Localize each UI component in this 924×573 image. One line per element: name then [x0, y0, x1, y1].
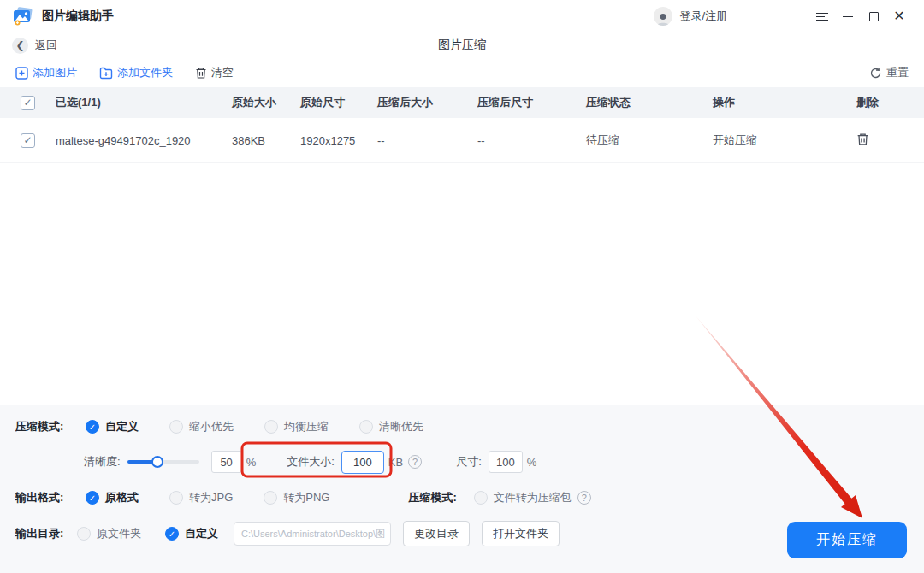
row-start-compress-link[interactable]: 开始压缩	[713, 133, 856, 148]
dimension-unit: %	[527, 456, 537, 469]
dimension-input[interactable]	[489, 451, 523, 473]
file-size-input[interactable]	[341, 451, 384, 474]
file-size-label: 文件大小:	[287, 454, 335, 470]
radio-clarity-priority[interactable]: 清晰优先	[359, 419, 424, 434]
radio-icon	[169, 491, 183, 505]
maximize-button[interactable]	[861, 5, 886, 27]
col-delete: 删除	[856, 95, 909, 110]
trash-icon	[195, 67, 207, 80]
file-status: 待压缩	[586, 133, 713, 148]
add-image-button[interactable]: 添加图片	[15, 65, 77, 80]
change-directory-button[interactable]: 更改目录	[403, 521, 470, 546]
radio-balanced[interactable]: 均衡压缩	[264, 419, 329, 434]
table-header: ✓ 已选(1/1) 原始大小 原始尺寸 压缩后大小 压缩后尺寸 压缩状态 操作 …	[0, 87, 924, 118]
file-comp-size: --	[377, 134, 477, 147]
trash-icon	[856, 133, 869, 146]
file-name: maltese-g49491702c_1920	[50, 134, 232, 147]
output-dir-row: 输出目录: 原文件夹 ✓ 自定义 C:\Users\Administrator\…	[15, 521, 909, 546]
file-orig-size: 386KB	[232, 134, 300, 147]
dimension-group: 尺寸: %	[456, 451, 536, 473]
radio-icon	[169, 420, 183, 434]
output-format-label: 输出格式:	[15, 490, 84, 505]
output-path-input[interactable]: C:\Users\Administrator\Desktop\图	[234, 522, 391, 546]
output-format-row: 输出格式: ✓ 原格式 转为JPG 转为PNG 压缩模式: 文件转为压缩包 ?	[15, 490, 909, 505]
col-comp-dim: 压缩后尺寸	[477, 95, 586, 110]
radio-original-folder[interactable]: 原文件夹	[77, 526, 141, 541]
file-orig-dim: 1920x1275	[300, 134, 377, 147]
radio-checked-icon: ✓	[86, 420, 99, 434]
add-image-icon	[15, 67, 28, 80]
archive-mode-label: 压缩模式:	[408, 490, 456, 505]
radio-icon	[264, 491, 277, 505]
minimize-button[interactable]	[835, 5, 861, 27]
title-bar: 图片编辑助手 登录/注册 ✕	[0, 0, 924, 32]
clarity-label: 清晰度:	[84, 454, 121, 470]
reset-icon	[869, 67, 882, 80]
sub-header: 图片压缩 ❮ 返回	[0, 32, 924, 58]
col-action: 操作	[713, 95, 856, 110]
clarity-input[interactable]	[211, 451, 242, 473]
start-compress-button[interactable]: 开始压缩	[787, 522, 907, 558]
app-window: 图片编辑助手 登录/注册 ✕ 图片压缩 ❮ 返回	[0, 0, 924, 573]
add-folder-icon	[99, 67, 113, 80]
radio-icon	[474, 491, 488, 505]
user-avatar[interactable]	[654, 7, 672, 26]
back-arrow-icon: ❮	[12, 38, 28, 54]
radio-checked-icon: ✓	[86, 491, 99, 505]
file-comp-dim: --	[477, 134, 586, 147]
radio-archive[interactable]: 文件转为压缩包	[474, 490, 572, 505]
compress-mode-label: 压缩模式:	[15, 419, 84, 434]
radio-custom[interactable]: ✓ 自定义	[86, 419, 139, 434]
dimension-label: 尺寸:	[456, 454, 482, 470]
close-button[interactable]: ✕	[886, 5, 912, 27]
file-size-group: 文件大小: KB ?	[278, 451, 430, 474]
add-folder-button[interactable]: 添加文件夹	[99, 65, 173, 80]
radio-shrink-priority[interactable]: 缩小优先	[169, 419, 234, 434]
custom-params-row: 清晰度: % 文件大小: KB ? 尺寸: %	[15, 446, 909, 478]
help-icon[interactable]: ?	[408, 455, 422, 469]
slider-handle[interactable]	[151, 456, 163, 468]
radio-to-png[interactable]: 转为PNG	[264, 490, 329, 505]
open-folder-button[interactable]: 打开文件夹	[482, 521, 560, 546]
radio-custom-folder[interactable]: ✓ 自定义	[165, 526, 218, 541]
app-logo-icon	[12, 5, 34, 27]
clear-button[interactable]: 清空	[195, 65, 234, 80]
login-register-link[interactable]: 登录/注册	[679, 9, 727, 24]
clarity-unit: %	[246, 456, 257, 469]
radio-icon	[264, 420, 278, 434]
col-comp-size: 压缩后大小	[377, 95, 477, 110]
help-icon[interactable]: ?	[578, 491, 591, 505]
col-status: 压缩状态	[586, 95, 713, 110]
radio-original-format[interactable]: ✓ 原格式	[86, 490, 139, 505]
radio-checked-icon: ✓	[165, 527, 179, 541]
reset-button[interactable]: 重置	[869, 65, 909, 80]
radio-icon	[359, 420, 373, 434]
radio-icon	[77, 527, 91, 541]
app-title: 图片编辑助手	[42, 9, 114, 24]
toolbar: 添加图片 添加文件夹 清空 重置	[0, 58, 924, 87]
col-orig-size: 原始大小	[232, 95, 300, 110]
back-button[interactable]: ❮ 返回	[12, 38, 57, 54]
file-size-unit: KB	[388, 456, 403, 469]
radio-to-jpg[interactable]: 转为JPG	[169, 490, 233, 505]
clarity-slider[interactable]	[127, 460, 199, 464]
col-selected: 已选(1/1)	[50, 95, 232, 110]
menu-icon[interactable]	[809, 5, 835, 27]
col-orig-dim: 原始尺寸	[300, 95, 377, 110]
row-delete-button[interactable]	[856, 133, 909, 149]
select-all-checkbox[interactable]: ✓	[21, 96, 35, 110]
settings-panel: 压缩模式: ✓ 自定义 缩小优先 均衡压缩 清晰优先 清晰度:	[0, 405, 924, 573]
compress-mode-row: 压缩模式: ✓ 自定义 缩小优先 均衡压缩 清晰优先	[15, 419, 909, 434]
row-checkbox[interactable]: ✓	[21, 133, 35, 148]
page-title: 图片压缩	[0, 38, 924, 53]
table-row: ✓ maltese-g49491702c_1920 386KB 1920x127…	[0, 118, 924, 163]
output-dir-label: 输出目录:	[15, 526, 77, 541]
